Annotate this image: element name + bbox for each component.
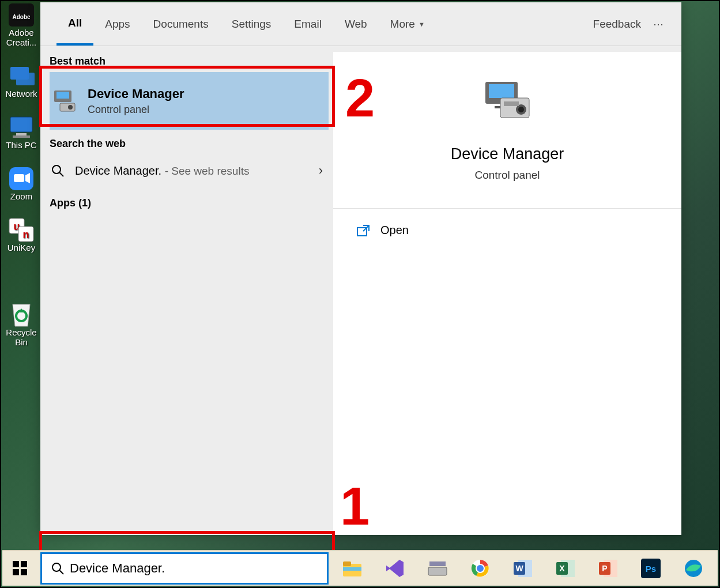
svg-rect-7 — [13, 135, 30, 138]
tab-label: Settings — [232, 18, 272, 31]
section-apps: Apps (1) — [50, 197, 329, 209]
svg-rect-35 — [13, 569, 19, 575]
svg-rect-36 — [21, 569, 27, 575]
tab-label: Documents — [153, 18, 209, 31]
svg-rect-19 — [60, 103, 75, 111]
desktop-icon-network[interactable]: Network — [2, 63, 40, 99]
unikey-icon: un — [7, 217, 36, 243]
svg-rect-24 — [489, 84, 514, 98]
section-search-web: Search the web — [50, 138, 329, 150]
svg-text:Ps: Ps — [646, 564, 656, 574]
taskbar-pinned-apps: W X P Ps — [329, 557, 718, 579]
taskbar-edge[interactable] — [683, 557, 704, 579]
svg-point-37 — [52, 563, 61, 571]
svg-rect-33 — [13, 561, 19, 567]
best-match-item[interactable]: Device Manager Control panel — [50, 72, 329, 130]
svg-rect-9 — [14, 174, 24, 182]
tab-apps[interactable]: Apps — [93, 3, 141, 46]
filter-tabs: All Apps Documents Settings Email Web Mo… — [40, 2, 681, 46]
svg-rect-18 — [56, 92, 69, 99]
network-icon — [7, 63, 36, 89]
web-result-hint: - See web results — [165, 165, 250, 177]
web-result-item[interactable]: Device Manager. - See web results › — [50, 154, 329, 187]
taskbar-file-explorer[interactable] — [341, 557, 363, 579]
svg-point-29 — [518, 107, 524, 112]
taskbar-chrome[interactable] — [469, 557, 491, 579]
chevron-down-icon: ▼ — [419, 21, 425, 28]
device-manager-icon — [52, 88, 77, 114]
svg-text:Adobe: Adobe — [12, 14, 31, 20]
start-button[interactable] — [2, 551, 38, 586]
search-input[interactable] — [70, 554, 327, 583]
desktop-icon-label: Network — [5, 89, 37, 99]
tab-documents[interactable]: Documents — [142, 3, 220, 46]
tab-all[interactable]: All — [56, 3, 93, 46]
tab-settings[interactable]: Settings — [220, 3, 283, 46]
file-explorer-icon — [342, 559, 363, 578]
adobe-icon: Adobe — [7, 2, 36, 28]
svg-point-21 — [52, 165, 61, 174]
svg-text:P: P — [602, 564, 607, 573]
this-pc-icon — [7, 115, 36, 140]
zoom-icon — [7, 166, 36, 191]
desktop-icon-zoom[interactable]: Zoom — [2, 166, 40, 201]
more-icon: ⋯ — [653, 18, 664, 30]
svg-rect-30 — [504, 101, 519, 106]
svg-marker-42 — [386, 560, 404, 577]
preview-pane: Device Manager Control panel Open — [333, 52, 681, 535]
visual-studio-icon — [385, 559, 405, 578]
device-manager-icon — [482, 78, 533, 123]
svg-line-38 — [59, 570, 63, 574]
taskbar-scanner[interactable] — [427, 557, 448, 579]
taskbar-powerpoint[interactable]: P — [597, 557, 619, 579]
taskbar-word[interactable]: W — [512, 557, 534, 579]
tab-label: All — [68, 17, 82, 29]
svg-rect-3 — [16, 73, 35, 85]
svg-rect-6 — [16, 133, 27, 135]
svg-rect-44 — [428, 567, 447, 575]
results-list: Best match Device Manager Control panel … — [40, 46, 333, 535]
web-result-text: Device Manager. — [75, 164, 161, 177]
tab-more[interactable]: More ▼ — [379, 3, 436, 46]
feedback-link[interactable]: Feedback — [593, 18, 651, 31]
desktop-icon-label: Zoom — [10, 191, 32, 201]
svg-text:X: X — [559, 564, 565, 573]
svg-text:W: W — [515, 564, 523, 573]
svg-rect-40 — [343, 561, 351, 566]
open-action[interactable]: Open — [333, 209, 681, 252]
desktop-icon-label: Adobe Creati... — [2, 28, 40, 47]
svg-point-20 — [68, 105, 73, 110]
preview-subtitle: Control panel — [474, 169, 540, 182]
open-icon — [356, 224, 370, 237]
svg-rect-34 — [21, 561, 27, 567]
tab-web[interactable]: Web — [333, 3, 379, 46]
svg-rect-43 — [429, 561, 446, 566]
desktop-icon-recycle-bin[interactable]: Recycle Bin — [2, 302, 40, 347]
desktop-icon-label: UniKey — [7, 243, 35, 252]
svg-point-46 — [476, 564, 484, 572]
scanner-icon — [427, 559, 448, 578]
desktop-icon-label: This PC — [6, 140, 36, 150]
powerpoint-icon: P — [598, 559, 619, 578]
desktop-icon-this-pc[interactable]: This PC — [2, 115, 40, 150]
taskbar-visual-studio[interactable] — [384, 557, 406, 579]
tab-email[interactable]: Email — [282, 3, 333, 46]
chrome-icon — [470, 559, 490, 578]
svg-rect-41 — [343, 567, 361, 571]
search-flyout: All Apps Documents Settings Email Web Mo… — [40, 2, 681, 535]
edge-icon — [684, 559, 703, 578]
desktop-icon-adobe[interactable]: Adobe Adobe Creati... — [2, 2, 40, 47]
desktop-icon-unikey[interactable]: un UniKey — [2, 217, 40, 252]
open-label: Open — [380, 224, 409, 237]
windows-icon — [13, 561, 28, 576]
overflow-menu[interactable]: ⋯ — [651, 18, 665, 31]
svg-rect-4 — [10, 117, 32, 132]
taskbar: W X P Ps — [2, 550, 718, 586]
excel-icon: X — [555, 559, 576, 578]
tab-label: More — [390, 18, 415, 31]
svg-line-22 — [59, 172, 63, 176]
tab-label: Email — [294, 18, 322, 31]
search-box[interactable] — [40, 552, 329, 585]
taskbar-excel[interactable]: X — [555, 557, 576, 579]
taskbar-photoshop[interactable]: Ps — [640, 557, 662, 579]
